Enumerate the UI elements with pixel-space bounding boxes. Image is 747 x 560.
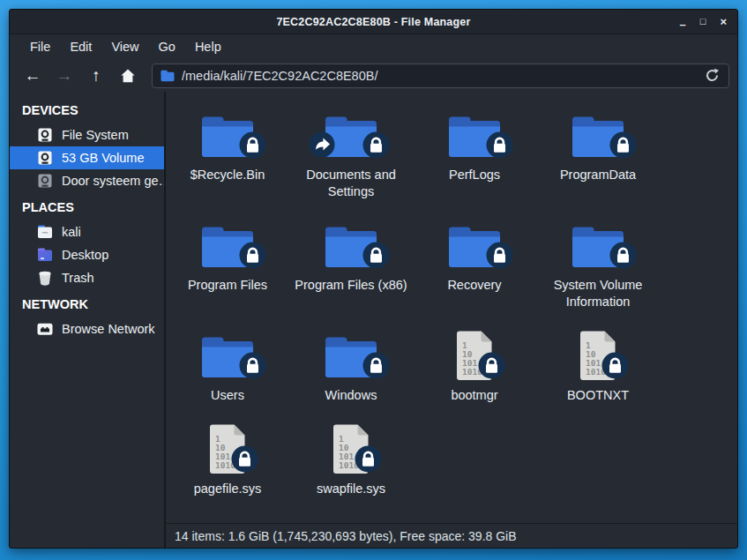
sidebar: DEVICES File System 53 GB Volume Door sy…	[10, 92, 166, 548]
menu-edit[interactable]: Edit	[60, 36, 101, 57]
sidebar-item-label: File System	[62, 128, 129, 142]
file-label: System Volume Information	[540, 277, 656, 310]
desktop-folder-icon	[36, 246, 54, 264]
lock-emblem-icon	[362, 352, 390, 383]
folder-icon-wrap	[199, 330, 256, 381]
sidebar-item-label: Trash	[62, 271, 94, 285]
file-item[interactable]: 1101011010 BOOTNXT	[536, 319, 660, 413]
file-item[interactable]: Users	[166, 319, 289, 413]
folder-icon	[161, 70, 175, 82]
sidebar-section-devices: DEVICES	[10, 95, 164, 123]
sidebar-section-places: PLACES	[10, 192, 164, 220]
lock-emblem-icon	[478, 352, 505, 383]
trash-icon	[36, 269, 54, 287]
lock-emblem-icon	[609, 242, 637, 273]
file-item[interactable]: Windows	[289, 319, 413, 413]
menubar: FileEditViewGoHelp	[10, 34, 737, 59]
file-label: Program Files	[188, 277, 267, 294]
folder-icon-wrap	[570, 220, 626, 271]
folder-icon-wrap	[323, 220, 379, 271]
binary-file-icon-wrap: 1101011010	[578, 330, 618, 381]
forward-button[interactable]: →	[49, 63, 79, 88]
titlebar[interactable]: 7EC2C92AC2C8E80B - File Manager – □ ×	[10, 10, 737, 34]
file-label: Program Files (x86)	[295, 277, 407, 294]
folder-icon-wrap	[199, 109, 256, 161]
file-label: Users	[211, 387, 244, 404]
file-item[interactable]: PerfLogs	[413, 99, 536, 209]
file-item[interactable]: ProgramData	[536, 99, 660, 209]
menu-go[interactable]: Go	[149, 36, 185, 57]
home-folder-icon	[36, 223, 54, 241]
file-label: PerfLogs	[449, 167, 500, 183]
file-grid[interactable]: $Recycle.Bin Documents and Settings Perf…	[166, 92, 737, 523]
sidebar-item-trash[interactable]: Trash	[10, 266, 164, 289]
sidebar-item-kali[interactable]: kali	[10, 220, 164, 243]
back-button[interactable]: ←	[18, 63, 48, 88]
file-item[interactable]: 1101011010 bootmgr	[413, 319, 536, 413]
home-button[interactable]	[113, 63, 143, 88]
sidebar-item-browse-network[interactable]: Browse Network	[10, 317, 164, 340]
sidebar-item-label: Browse Network	[62, 322, 155, 336]
file-label: Recovery	[447, 277, 501, 294]
file-item[interactable]: Program Files	[166, 209, 289, 319]
lock-emblem-icon	[239, 131, 266, 162]
file-label: $Recycle.Bin	[190, 167, 265, 183]
maximize-button[interactable]: □	[700, 17, 706, 26]
binary-file-icon-wrap: 1101011010	[331, 423, 371, 474]
refresh-icon	[704, 67, 721, 84]
toolbar: ← → ↑ /media/kali/7EC2C92AC2C8E80B/	[10, 59, 737, 92]
menu-file[interactable]: File	[20, 36, 60, 57]
drive-icon	[36, 126, 54, 144]
sidebar-item-53-gb-volume[interactable]: 53 GB Volume	[10, 146, 164, 169]
sidebar-item-desktop[interactable]: Desktop	[10, 243, 164, 266]
file-item[interactable]: 1101011010 swapfile.sys	[289, 413, 413, 506]
file-label: swapfile.sys	[317, 481, 385, 497]
folder-icon-wrap	[446, 220, 503, 271]
path-text[interactable]: /media/kali/7EC2C92AC2C8E80B/	[182, 69, 693, 83]
content-pane: $Recycle.Bin Documents and Settings Perf…	[166, 92, 737, 548]
file-item[interactable]: Program Files (x86)	[289, 209, 413, 319]
file-item[interactable]: Documents and Settings	[289, 99, 413, 209]
binary-file-icon-wrap: 1101011010	[454, 330, 495, 381]
file-item[interactable]: Recovery	[413, 209, 536, 319]
lock-emblem-icon	[239, 242, 266, 273]
network-icon	[36, 320, 54, 338]
lock-emblem-icon	[231, 445, 258, 476]
lock-emblem-icon	[362, 131, 390, 162]
close-button[interactable]: ×	[720, 16, 727, 27]
folder-icon-wrap	[570, 109, 626, 161]
file-label: ProgramData	[560, 167, 636, 183]
file-item[interactable]: System Volume Information	[536, 209, 660, 319]
shortcut-emblem-icon	[309, 131, 335, 161]
folder-icon-wrap	[199, 220, 256, 271]
menu-view[interactable]: View	[101, 36, 148, 57]
path-bar[interactable]: /media/kali/7EC2C92AC2C8E80B/	[152, 63, 729, 88]
main-area: DEVICES File System 53 GB Volume Door sy…	[10, 92, 737, 548]
sidebar-section-network: NETWORK	[10, 289, 164, 317]
file-label: Documents and Settings	[293, 167, 409, 200]
refresh-button[interactable]	[700, 65, 723, 86]
file-label: bootmgr	[451, 387, 497, 404]
file-label: Windows	[325, 387, 377, 404]
up-button[interactable]: ↑	[81, 63, 111, 88]
drive-icon	[36, 149, 54, 167]
file-label: BOOTNXT	[567, 387, 629, 404]
minimize-button[interactable]: –	[680, 19, 686, 30]
folder-icon-wrap	[323, 330, 379, 381]
file-item[interactable]: 1101011010 pagefile.sys	[166, 413, 289, 506]
menu-help[interactable]: Help	[185, 36, 231, 57]
home-icon	[119, 67, 137, 85]
lock-emblem-icon	[609, 131, 637, 162]
lock-emblem-icon	[601, 352, 629, 383]
sidebar-item-file-system[interactable]: File System	[10, 123, 164, 146]
file-item[interactable]: $Recycle.Bin	[166, 99, 289, 209]
sidebar-item-door-systeem-ge[interactable]: Door systeem ge…	[10, 169, 164, 192]
status-text: 14 items: 1.6 GiB (1,745,230,693 bytes),…	[175, 529, 517, 543]
lock-emblem-icon	[486, 131, 513, 162]
sidebar-item-label: 53 GB Volume	[62, 151, 145, 165]
sidebar-item-label: Desktop	[62, 248, 108, 262]
lock-emblem-icon	[486, 242, 513, 273]
sidebar-item-label: Door systeem ge…	[62, 174, 164, 188]
file-manager-window: 7EC2C92AC2C8E80B - File Manager – □ × Fi…	[9, 9, 738, 549]
file-label: pagefile.sys	[194, 481, 262, 497]
